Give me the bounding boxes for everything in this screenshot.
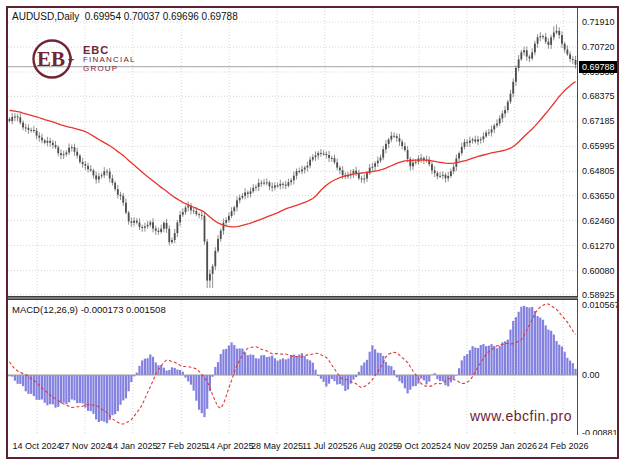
price-axis-label: 0.58925: [582, 290, 615, 300]
macd-indicator-label: MACD(12,26,9) -0.000173 0.001508: [12, 304, 166, 315]
time-axis-label: 24 Nov 2025: [441, 441, 492, 451]
ebc-logo: EB + EBC FINANCIAL GROUP: [30, 36, 136, 82]
price-axis-label: 0.67185: [582, 116, 615, 126]
chart-window-frame: AUDUSD,Daily 0.69954 0.70037 0.69696 0.6…: [6, 6, 619, 459]
price-axis-label: 0.63650: [582, 191, 615, 201]
symbol-period-label: AUDUSD,Daily: [12, 11, 79, 22]
price-axis-label: 0.62460: [582, 216, 615, 226]
time-axis-label: 14 Apr 2025: [205, 441, 254, 451]
price-axis-label: 0.70720: [582, 42, 615, 52]
price-axis-label: 0.64805: [582, 166, 615, 176]
price-axis[interactable]: 0.719100.707200.695300.683750.671850.659…: [578, 8, 617, 457]
time-axis-label: 11 Jul 2025: [302, 441, 348, 451]
ohlc-values: 0.69954 0.70037 0.69696 0.69788: [85, 11, 238, 22]
price-axis-label: 0.71910: [582, 17, 615, 27]
price-axis-label: 0.61270: [582, 241, 615, 251]
macd-axis-top-label: 0.010567: [582, 300, 617, 310]
svg-text:+: +: [68, 53, 74, 65]
time-axis-label: 14 Jan 2025: [108, 441, 158, 451]
ebc-logo-icon: EB +: [30, 36, 76, 82]
time-axis-label: 9 Jan 2026: [492, 441, 537, 451]
price-axis-label: 0.65995: [582, 141, 615, 151]
ebc-logo-text: EBC FINANCIAL GROUP: [83, 45, 136, 73]
price-axis-label: 0.68375: [582, 91, 615, 101]
price-axis-label: 0.60080: [582, 266, 615, 276]
time-axis-label: 27 Feb 2025: [156, 441, 207, 451]
time-axis-label: 9 Oct 2025: [397, 441, 441, 451]
macd-axis-zero-label: 0.00: [582, 370, 600, 380]
logo-line-group: GROUP: [83, 65, 136, 73]
ma-line-path: [10, 82, 576, 227]
time-axis-label: 26 Aug 2025: [348, 441, 399, 451]
time-axis-label: 24 Feb 2026: [538, 441, 589, 451]
chart-title-ohlc: AUDUSD,Daily 0.69954 0.70037 0.69696 0.6…: [12, 11, 238, 22]
svg-text:EB: EB: [37, 47, 65, 71]
current-price-tag: 0.69788: [579, 61, 617, 73]
time-axis-label: 27 Nov 2024: [59, 441, 110, 451]
chart-client-area: AUDUSD,Daily 0.69954 0.70037 0.69696 0.6…: [8, 8, 617, 457]
watermark-url: www.ebcfin.pro: [470, 408, 572, 424]
time-axis-label: 28 May 2025: [251, 441, 303, 451]
time-axis-label: 14 Oct 2024: [13, 441, 62, 451]
time-axis[interactable]: 14 Oct 202427 Nov 202414 Jan 202527 Feb …: [8, 435, 617, 457]
